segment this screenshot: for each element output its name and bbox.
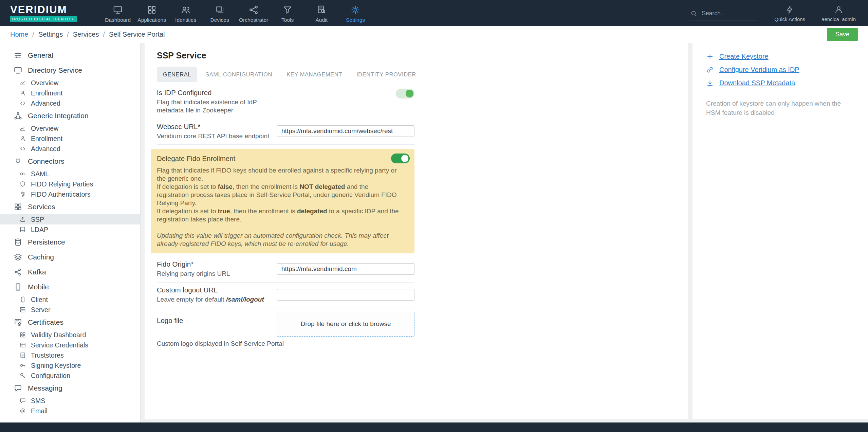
toggle-knob: [406, 90, 413, 97]
logo-dropzone[interactable]: Drop file here or click to browse: [277, 312, 414, 337]
create-keystore-link[interactable]: Create Keystore: [706, 53, 854, 60]
person-icon: [19, 135, 26, 142]
delegate-desc-line: If delegation is set to true, then the e…: [157, 207, 402, 223]
sidebar-item-fido-authenticators[interactable]: FIDO Authenticators: [0, 189, 140, 199]
plug-icon: [14, 157, 22, 166]
sms-icon: [19, 397, 26, 404]
nav-item-identities[interactable]: Identities: [169, 3, 203, 23]
list-icon: [19, 352, 26, 359]
sidebar-item-saml[interactable]: SAML: [0, 169, 140, 179]
tab-general[interactable]: GENERAL: [157, 67, 197, 82]
sidebar-item-mobile[interactable]: Mobile: [0, 280, 140, 294]
nav-item-label: Tools: [281, 17, 294, 23]
at-icon: [19, 408, 26, 414]
sidebar-item-label: Caching: [28, 253, 54, 261]
top-nav: Dashboard Applications Identities Device…: [101, 3, 372, 23]
sidebar-item-persistence[interactable]: Persistence: [0, 235, 140, 250]
nav-item-settings[interactable]: Settings: [338, 3, 372, 23]
sidebar-item-validity-dashboard[interactable]: Validity Dashboard: [0, 330, 140, 340]
nav-item-dashboard[interactable]: Dashboard: [101, 3, 135, 23]
sidebar-item-label: Validity Dashboard: [31, 331, 86, 339]
sidebar-item-ssp[interactable]: SSP: [0, 214, 140, 224]
orchestrator-icon: [248, 5, 259, 15]
sliders-icon: [14, 51, 22, 60]
tab-identity-provider[interactable]: IDENTITY PROVIDER: [350, 67, 422, 82]
sidebar-item-generic-overview[interactable]: Overview: [0, 123, 140, 133]
download-icon: [706, 79, 714, 87]
sidebar-item-client[interactable]: Client: [0, 294, 140, 305]
devices-icon: [215, 5, 225, 15]
sidebar-item-general[interactable]: General: [0, 48, 140, 63]
breadcrumb-separator: /: [32, 31, 34, 38]
server-icon: [19, 306, 26, 313]
field-help: Veridium core REST API base endpoint: [157, 132, 270, 140]
sidebar-item-ldap[interactable]: LDAP: [0, 224, 140, 235]
nav-item-devices[interactable]: Devices: [203, 3, 237, 23]
bottom-bar: [0, 422, 868, 432]
nav-item-tools[interactable]: Tools: [271, 3, 304, 23]
sidebar-item-services[interactable]: Services: [0, 199, 140, 214]
tab-saml-configuration[interactable]: SAML CONFIGURATION: [199, 67, 278, 82]
sidebar-item-email[interactable]: Email: [0, 406, 140, 416]
sidebar-item-label: Mobile: [28, 283, 49, 291]
sidebar-item-certificates[interactable]: Certificates: [0, 315, 140, 330]
sidebar-item-fido-relying-parties[interactable]: FIDO Relying Parties: [0, 179, 140, 189]
sidebar-item-generic-enrollment[interactable]: Enrollment: [0, 133, 140, 144]
ssp-form: Is IDP Configured Flag that indicates ex…: [157, 85, 414, 347]
sidebar-item-caching[interactable]: Caching: [0, 250, 140, 265]
websec-url-input[interactable]: [277, 125, 414, 137]
sidebar-item-configuration[interactable]: Configuration: [0, 371, 140, 381]
sidebar-item-directory-advanced[interactable]: Advanced: [0, 98, 140, 108]
download-ssp-metadata-link[interactable]: Download SSP Metadata: [706, 79, 854, 87]
sidebar-item-label: LDAP: [31, 226, 48, 234]
certificate-icon: [14, 318, 22, 327]
breadcrumb-home[interactable]: Home: [10, 31, 28, 38]
field-logo-file: Logo file Drop file here or click to bro…: [157, 308, 414, 338]
sidebar-item-directory-overview[interactable]: Overview: [0, 78, 140, 88]
sidebar-item-label: Messaging: [28, 384, 62, 392]
search-input[interactable]: [701, 10, 753, 17]
fido-origin-input[interactable]: [277, 263, 414, 275]
sidebar-item-service-credentials[interactable]: Service Credentials: [0, 340, 140, 350]
action-label: Download SSP Metadata: [719, 79, 795, 87]
sidebar-item-server[interactable]: Server: [0, 305, 140, 315]
field-help: Leave empty for default /saml/logout: [157, 295, 270, 304]
sidebar-item-sms[interactable]: SMS: [0, 396, 140, 406]
user-menu[interactable]: aencica_admin: [821, 5, 856, 22]
is-idp-configured-toggle[interactable]: [396, 89, 414, 98]
sidebar-item-label: Services: [28, 203, 55, 211]
configure-veridium-as-idp-link[interactable]: Configure Veridium as IDP: [706, 66, 854, 74]
default-logout-path: /saml/logout: [226, 296, 264, 303]
sidebar-item-signing-keystore[interactable]: Signing Keystore: [0, 360, 140, 371]
veridium-logo[interactable]: VERIDIUM TRUSTED DIGITAL IDENTITY: [10, 4, 77, 22]
sidebar-item-generic-integration[interactable]: Generic Integration: [0, 108, 140, 123]
card-icon: [19, 342, 26, 348]
code-icon: [19, 145, 26, 152]
quick-actions-button[interactable]: Quick Actions: [774, 5, 805, 22]
sidebar-item-label: Email: [31, 407, 48, 415]
breadcrumb-services[interactable]: Services: [73, 31, 99, 38]
sidebar-item-label: Generic Integration: [28, 112, 89, 120]
monitor-icon: [14, 66, 22, 75]
save-button[interactable]: Save: [827, 28, 858, 41]
sidebar-item-messaging[interactable]: Messaging: [0, 381, 140, 396]
chart-icon: [19, 79, 26, 86]
nav-item-applications[interactable]: Applications: [135, 3, 169, 23]
sidebar-item-directory-service[interactable]: Directory Service: [0, 63, 140, 78]
delegate-fido-enrollment-toggle[interactable]: [391, 154, 410, 163]
delegate-description: Flag that indicates if FIDO keys should …: [157, 166, 410, 248]
tab-key-management[interactable]: KEY MANAGEMENT: [280, 67, 348, 82]
sidebar-item-kafka[interactable]: Kafka: [0, 265, 140, 280]
sidebar-item-truststores[interactable]: Truststores: [0, 350, 140, 360]
user-label: aencica_admin: [821, 16, 856, 22]
field-label: Fido Origin*: [157, 260, 270, 268]
nav-item-orchestrator[interactable]: Orchestrator: [237, 3, 271, 23]
custom-logout-url-input[interactable]: [277, 289, 414, 301]
sidebar-item-connectors[interactable]: Connectors: [0, 154, 140, 169]
key-icon: [19, 362, 26, 369]
sidebar-item-generic-advanced[interactable]: Advanced: [0, 144, 140, 154]
sidebar-item-directory-enrollment[interactable]: Enrollment: [0, 88, 140, 98]
breadcrumb-settings[interactable]: Settings: [38, 31, 63, 38]
field-websec-url: Websec URL* Veridium core REST API base …: [157, 119, 414, 145]
nav-item-audit[interactable]: Audit: [304, 3, 338, 23]
